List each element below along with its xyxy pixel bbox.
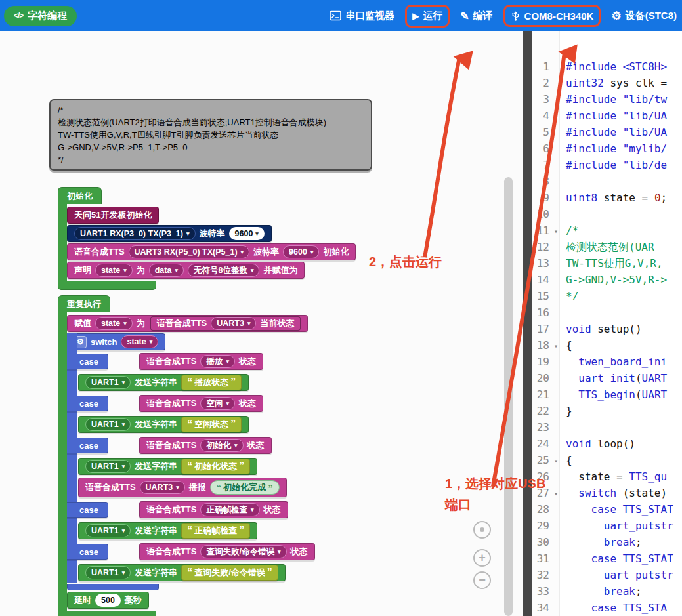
tts-baud-dropdown[interactable]: 9600 [283,245,319,258]
port-select-button[interactable]: COM8-CH340K [511,10,594,22]
string-block[interactable]: 正确帧检查 [181,523,250,539]
tts-port-dropdown[interactable]: UART3 RX(P5_0) TX(P5_1) [129,245,250,258]
declare-variable-block[interactable]: 声明 state 为 data 无符号8位整数 并赋值为 [67,262,305,279]
gutter-line-number: 15 [532,288,559,304]
gear-icon: ⚙ [611,10,621,22]
tts-current-state-block[interactable]: 语音合成TTS UART3 当前状态 [150,316,301,331]
switch-head[interactable]: ⚙ switch state [67,333,165,350]
crosshair-icon [480,527,484,532]
tts-state-dropdown[interactable]: 初始化 [200,439,243,452]
gutter-line-number: 9 [532,190,559,206]
workspace-scrollbar[interactable] [504,177,513,616]
case-tab[interactable]: case [67,396,108,411]
case-condition-block[interactable]: 语音合成TTS 初始化 状态 [139,437,272,454]
gutter-line-number: 31 [532,550,559,567]
variable-name-dropdown[interactable]: state [95,264,133,277]
fold-caret-icon[interactable]: ▾ [554,223,558,239]
state-suffix-label: 状态 [247,440,265,451]
case-tab[interactable]: case [67,544,108,560]
assign-block[interactable]: 赋值 state 为 语音合成TTS UART3 当前状态 [67,315,308,332]
string-block[interactable]: 空闲状态 [181,417,242,432]
variable-type-dropdown[interactable]: 无符号8位整数 [188,264,259,277]
uart-port-dropdown[interactable]: UART1 [85,418,131,431]
zoom-in-button[interactable]: + [473,549,491,567]
init-hat[interactable]: 初始化 [58,187,102,204]
tts-state-dropdown[interactable]: 查询失败/命令错误 [200,545,286,558]
loop-block-group[interactable]: 重复执行 赋值 state 为 语音合成TTS UART3 当前状态 ⚙ swi… [58,295,315,616]
uart-port-dropdown[interactable]: UART1 [85,460,131,473]
tts-state-dropdown[interactable]: 正确帧检查 [200,503,259,516]
tts-port-dropdown[interactable]: UART3 [211,317,256,330]
run-button[interactable]: ▶ 运行 [412,10,442,22]
annotation-step1-line1: 1，选择对应USB [445,475,545,493]
gutter-line-number: 22 [532,403,559,419]
switch-variable-dropdown[interactable]: state [121,335,158,348]
uart-send-block[interactable]: UART1 发送字符串 空闲状态 [78,416,249,433]
tts-broadcast-block[interactable]: 语音合成TTS UART3 播报 初始化完成 [78,478,287,497]
tts-init-block[interactable]: 语音合成TTS UART3 RX(P5_0) TX(P5_1) 波特率 9600… [67,243,356,260]
uart-send-block[interactable]: UART1 发送字符串 播放状态 [78,374,249,391]
uart1-init-block[interactable]: UART1 RX(P3_0) TX(P3_1) 波特率 9600 [67,225,272,242]
declare-label: 声明 [74,264,91,276]
case-row: case 语音合成TTS 正确帧检查 状态 [67,500,315,520]
fold-caret-icon[interactable]: ▾ [554,338,558,354]
uart-port-dropdown[interactable]: UART1 [85,566,131,579]
uart-baud-dropdown[interactable]: 9600 [229,227,265,240]
uart-send-block[interactable]: UART1 发送字符串 查询失败/命令错误 [78,564,286,581]
tts-port-dropdown[interactable]: UART3 [140,481,185,494]
tts-state-dropdown[interactable]: 空闲 [200,397,235,410]
case-tab[interactable]: case [67,354,108,369]
center-view-button[interactable] [473,521,491,539]
code-gutter: 1234567891011▾12131415161718▾19202122232… [532,31,560,616]
device-button[interactable]: ⚙ 设备(STC8) [611,10,677,22]
mutator-gear-icon[interactable]: ⚙ [74,336,87,348]
fold-caret-icon[interactable]: ▾ [554,485,558,502]
gutter-line-number: 24 [532,436,559,452]
variable-scope-dropdown[interactable]: data [149,264,184,277]
board-init-block[interactable]: 天问51开发板初始化 [67,207,159,224]
broadcast-text-field[interactable]: 初始化完成 [210,480,280,495]
case-condition-block[interactable]: 语音合成TTS 正确帧检查 状态 [139,501,288,518]
zoom-out-button[interactable]: − [473,571,491,589]
char-programming-button[interactable]: </> 字符编程 [4,6,77,26]
block-workspace[interactable]: /* 检测状态范例(UART2打印语音合成当前状态;UART1控制语音合成模块)… [0,31,523,616]
string-block[interactable]: 初始化状态 [181,459,250,474]
serial-monitor-icon [330,10,341,21]
panel-splitter[interactable] [523,31,532,616]
uart-port-dropdown[interactable]: UART1 RX(P3_0) TX(P3_1) [74,227,196,240]
delay-block[interactable]: 延时 500 毫秒 [67,592,149,609]
case-condition-block[interactable]: 语音合成TTS 播放 状态 [139,353,263,370]
send-string-label: 发送字符串 [135,419,177,430]
switch-block[interactable]: ⚙ switch state case 语音合成TTS 播放 状态 UART1 [67,333,315,590]
compile-button[interactable]: ✎ 编译 [460,10,492,22]
uart-port-dropdown[interactable]: UART1 [85,376,131,389]
fold-caret-icon[interactable]: ▾ [554,453,558,469]
tts-label: 语音合成TTS [146,356,197,367]
case-tab[interactable]: case [67,502,108,518]
variable-dropdown[interactable]: state [95,317,133,330]
tts-state-dropdown[interactable]: 播放 [200,355,235,368]
loop-hat[interactable]: 重复执行 [58,295,110,312]
case-tab[interactable]: case [67,438,108,453]
gutter-line-number: 29 [532,518,559,534]
delay-value-field[interactable]: 500 [95,594,121,607]
gutter-line-number: 23 [532,419,559,436]
uart-port-dropdown[interactable]: UART1 [85,524,131,537]
string-block[interactable]: 播放状态 [181,375,242,390]
string-block[interactable]: 查询失败/命令错误 [181,565,278,581]
gutter-line-number: 19 [532,354,559,370]
code-line: #include <STC8H> [560,58,682,75]
case-condition-block[interactable]: 语音合成TTS 空闲 状态 [139,395,263,412]
current-state-label: 当前状态 [260,318,294,329]
gutter-line-number: 32 [532,567,559,583]
send-string-label: 发送字符串 [135,377,177,388]
delay-unit-label: 毫秒 [125,594,142,606]
pencil-icon: ✎ [460,10,469,22]
uart-send-block[interactable]: UART1 发送字符串 初始化状态 [78,458,257,475]
serial-monitor-button[interactable]: 串口监视器 [330,10,394,22]
comment-block[interactable]: /* 检测状态范例(UART2打印语音合成当前状态;UART1控制语音合成模块)… [49,99,372,171]
case-condition-block[interactable]: 语音合成TTS 查询失败/命令错误 状态 [139,543,315,560]
uart-send-block[interactable]: UART1 发送字符串 正确帧检查 [78,522,257,539]
code-panel[interactable]: 1234567891011▾12131415161718▾19202122232… [532,31,682,616]
init-block-group[interactable]: 初始化 天问51开发板初始化 UART1 RX(P3_0) TX(P3_1) 波… [58,187,356,290]
